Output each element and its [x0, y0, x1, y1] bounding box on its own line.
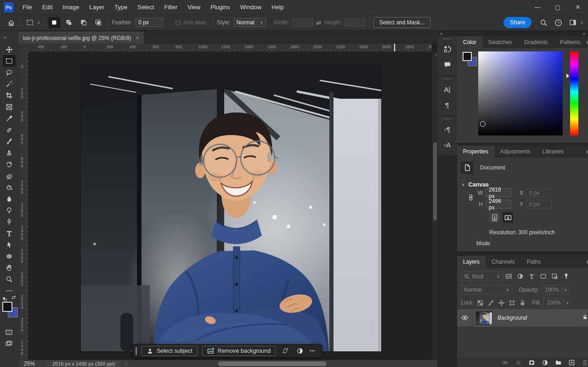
mode-section-label[interactable]: Mode [476, 240, 490, 247]
filter-typeletter-icon[interactable] [526, 273, 537, 280]
swap-colors-icon[interactable]: ⇄ [11, 294, 16, 300]
workspace-switcher-icon[interactable] [567, 17, 578, 28]
menu-image[interactable]: Image [58, 2, 83, 12]
history-brush-tool[interactable] [3, 158, 16, 170]
document-tab[interactable]: luo-ji-professional-selfie.jpg @ 25% (RG… [18, 32, 144, 44]
layer-name[interactable]: Background [498, 315, 527, 321]
move-tool[interactable] [3, 44, 16, 55]
shape-tool[interactable] [3, 250, 16, 262]
menu-window[interactable]: Window [236, 2, 266, 12]
character-styles-icon[interactable]: ▫A [439, 137, 456, 152]
properties-tab-properties[interactable]: Properties [457, 146, 494, 158]
zoom-level[interactable]: 25% [24, 361, 47, 367]
spot-healing-brush-tool[interactable] [3, 124, 16, 136]
canvas-y-input[interactable]: 0 px [526, 200, 552, 209]
remove-background-button[interactable]: Remove background [202, 346, 276, 356]
color-tab-patterns[interactable]: Patterns [554, 36, 587, 48]
color-field[interactable] [478, 51, 563, 136]
portrait-orientation-button[interactable] [489, 212, 500, 223]
collapse-panels-icon[interactable]: » [582, 31, 585, 36]
fill-input[interactable]: 100% [543, 298, 564, 307]
share-button[interactable]: Share [503, 17, 531, 28]
link-dimensions-icon[interactable] [467, 194, 475, 203]
close-tab-icon[interactable]: × [136, 35, 139, 41]
canvas-height-input[interactable]: 2496 px [486, 200, 511, 209]
properties-tab-libraries[interactable]: Libraries [537, 146, 570, 158]
taskbar-drag-handle[interactable] [136, 347, 137, 355]
canvas-width-input[interactable]: 2616 px [486, 188, 511, 197]
layer-style-icon[interactable]: fx [513, 360, 524, 366]
filter-toggle-icon[interactable] [560, 273, 572, 280]
properties-tab-adjustments[interactable]: Adjustments [494, 146, 537, 158]
width-input[interactable] [292, 18, 313, 27]
lock-lock-icon[interactable] [517, 299, 528, 306]
dodge-tool[interactable] [3, 204, 16, 216]
menu-edit[interactable]: Edit [38, 2, 57, 12]
menu-plugins[interactable]: Plugins [206, 2, 234, 12]
chevron-down-icon[interactable]: ∨ [37, 20, 40, 25]
close-button[interactable]: ✕ [568, 0, 588, 14]
subtract-from-selection-icon[interactable] [78, 17, 90, 28]
ruler-origin[interactable] [18, 44, 28, 52]
blend-mode-dropdown[interactable]: Normal∨ [461, 285, 512, 294]
brush-tool[interactable] [3, 136, 16, 147]
filter-halfcircle-icon[interactable] [514, 273, 526, 280]
help-icon[interactable] [553, 17, 564, 28]
add-layer-mask-icon[interactable] [526, 359, 537, 366]
filter-corners-icon[interactable] [537, 273, 549, 280]
feather-input[interactable]: 0 px [135, 18, 164, 27]
menu-filter[interactable]: Filter [160, 2, 181, 12]
color-field-cursor[interactable] [480, 121, 486, 127]
comments-icon[interactable] [439, 57, 456, 73]
hand-tool[interactable] [3, 262, 16, 273]
gradient-tool[interactable] [3, 181, 16, 193]
color-tab-gradients[interactable]: Gradients [518, 36, 554, 48]
screen-mode-icon[interactable] [3, 338, 16, 350]
eraser-tool[interactable] [3, 170, 16, 181]
zoom-tool[interactable] [3, 273, 16, 285]
eyedropper-tool[interactable] [3, 113, 16, 124]
intersect-selection-icon[interactable] [92, 17, 104, 28]
lock-move-icon[interactable] [496, 299, 507, 306]
new-group-icon[interactable] [553, 359, 564, 366]
adjustment-icon[interactable] [295, 347, 305, 355]
vertical-scrollbar[interactable]: ^ [432, 52, 437, 360]
type-tool[interactable] [3, 227, 16, 239]
clone-stamp-tool[interactable] [3, 147, 16, 158]
transform-icon[interactable] [280, 347, 290, 355]
quick-mask-icon[interactable] [3, 327, 16, 338]
add-to-selection-icon[interactable] [63, 17, 75, 28]
paragraph-styles-icon[interactable]: ▫¶ [439, 121, 456, 137]
new-selection-icon[interactable] [48, 17, 60, 28]
hue-slider-arrow[interactable] [566, 73, 569, 78]
horizontal-ruler[interactable]: 4002000200400600800100012001400160018002… [28, 44, 432, 52]
select-and-mask-button[interactable]: Select and Mask... [373, 17, 431, 28]
version-history-icon[interactable] [439, 41, 456, 57]
layer-filter-dropdown[interactable]: Kind ∨ [461, 271, 503, 281]
frame-tool[interactable] [3, 101, 16, 113]
foreground-color-swatch[interactable] [463, 52, 472, 61]
select-subject-button[interactable]: Select subject [141, 346, 198, 356]
crop-tool[interactable] [3, 90, 16, 101]
toolbar-collapse-icon[interactable]: » [0, 31, 18, 44]
horizontal-scrollbar-thumb[interactable] [218, 361, 326, 366]
height-input[interactable] [345, 18, 366, 27]
character-panel-icon[interactable]: A| [439, 81, 456, 97]
foreground-color-swatch[interactable] [2, 302, 12, 312]
color-tab-color[interactable]: Color [457, 36, 482, 48]
style-dropdown[interactable]: Normal∨ [233, 18, 266, 27]
delete-layer-icon[interactable] [579, 359, 588, 366]
expand-panels-icon[interactable]: « [440, 31, 443, 36]
opacity-scrubber-icon[interactable]: ∨ [562, 285, 569, 294]
link-layers-icon[interactable] [499, 359, 511, 366]
default-colors-icon[interactable] [2, 295, 7, 300]
status-expand-icon[interactable]: › [125, 361, 126, 366]
panel-menu-icon[interactable]: ≡ [586, 148, 588, 155]
panel-menu-icon[interactable]: ≡ [586, 39, 588, 46]
vertical-ruler[interactable]: 0200400600800100012001400160018002000220… [18, 52, 28, 360]
filter-smartobj-icon[interactable] [549, 273, 560, 280]
menu-layer[interactable]: Layer [85, 2, 109, 12]
opacity-input[interactable]: 100% [542, 285, 562, 294]
canvas-pasteboard[interactable]: Select subject Remove background ••• [28, 52, 432, 360]
layer-thumbnail[interactable] [476, 312, 492, 324]
